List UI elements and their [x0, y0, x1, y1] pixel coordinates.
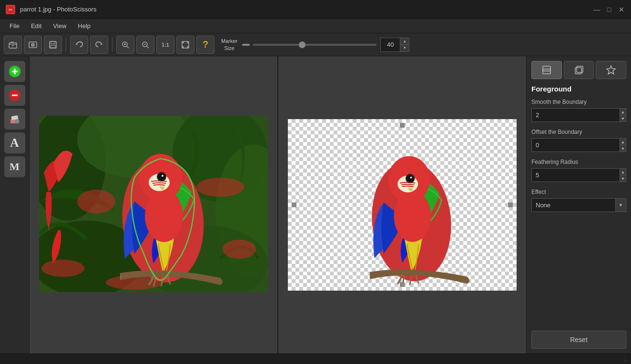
marker-size-up[interactable]: ▲	[400, 38, 409, 45]
text-m-button[interactable]: M	[4, 156, 25, 177]
svg-rect-55	[575, 68, 581, 74]
offset-boundary-spinner: ▲ ▼	[620, 139, 626, 152]
effect-dropdown-arrow[interactable]: ▼	[615, 199, 626, 212]
marker-size-slider[interactable]	[253, 44, 377, 46]
smooth-boundary-down[interactable]: ▼	[620, 115, 626, 121]
feathering-radius-down[interactable]: ▼	[620, 175, 626, 182]
svg-line-12	[127, 46, 129, 48]
right-panel: Foreground Smooth the Boundary ▲ ▼ Offse…	[526, 56, 631, 354]
feathering-radius-label: Feathering Radius	[531, 159, 626, 165]
svg-rect-56	[577, 66, 583, 72]
feathering-radius-control: ▲ ▼	[531, 168, 626, 182]
redo-button[interactable]	[90, 36, 108, 54]
offset-boundary-control: ▲ ▼	[531, 138, 626, 152]
smooth-boundary-spinner: ▲ ▼	[620, 109, 626, 121]
zoom-in-button[interactable]	[116, 36, 134, 54]
eraser-button[interactable]	[4, 109, 25, 130]
tab-effects[interactable]	[596, 61, 626, 79]
zoom-reset-button[interactable]: 1:1	[156, 36, 174, 54]
tab-layers[interactable]	[531, 61, 562, 79]
svg-point-36	[41, 260, 84, 277]
save-button[interactable]	[44, 36, 62, 54]
svg-text:✂: ✂	[9, 7, 12, 12]
svg-point-5	[32, 44, 34, 45]
smooth-boundary-label: Smooth the Boundary	[531, 99, 626, 105]
menu-help[interactable]: Help	[72, 20, 96, 31]
screenshot-button[interactable]	[24, 36, 42, 54]
svg-marker-57	[607, 66, 615, 74]
smooth-boundary-control: ▲ ▼	[531, 108, 626, 122]
marker-size-down[interactable]: ▼	[400, 45, 409, 51]
offset-boundary-label: Offset the Boundary	[531, 129, 626, 135]
toolbar: 1:1 ? Marker Size ▲ ▼	[0, 33, 631, 56]
separator-1	[66, 38, 66, 52]
smooth-boundary-up[interactable]: ▲	[620, 109, 626, 115]
svg-rect-53	[543, 66, 550, 71]
effect-label: Effect	[531, 189, 626, 195]
svg-point-51	[410, 177, 412, 179]
title-bar: ✂ parrot 1.jpg - PhotoScissors — □ ✕	[0, 0, 631, 19]
svg-point-33	[77, 190, 115, 213]
zoom-out-button[interactable]	[136, 36, 154, 54]
offset-boundary-down[interactable]: ▼	[620, 145, 626, 152]
feathering-radius-input[interactable]	[532, 169, 620, 182]
panel-tabs	[531, 61, 626, 79]
undo-button[interactable]	[70, 36, 88, 54]
svg-point-50	[407, 175, 414, 182]
title-text: parrot 1.jpg - PhotoScissors	[20, 6, 588, 13]
offset-boundary-input[interactable]	[532, 139, 620, 152]
marker-size-label: Marker Size	[221, 38, 237, 51]
offset-boundary-up[interactable]: ▲	[620, 139, 626, 145]
foreground-label: Foreground	[531, 85, 626, 93]
svg-point-34	[196, 178, 244, 197]
svg-rect-8	[51, 45, 55, 48]
menu-edit[interactable]: Edit	[25, 20, 47, 31]
status-bar: ⟂	[0, 354, 631, 364]
app-icon: ✂	[6, 5, 15, 14]
remove-background-button[interactable]	[4, 85, 25, 106]
svg-line-15	[147, 46, 149, 48]
left-toolbar: A M	[0, 56, 30, 354]
add-foreground-button[interactable]	[4, 61, 25, 82]
smooth-boundary-input[interactable]	[532, 109, 620, 121]
zoom-fit-button[interactable]	[176, 36, 194, 54]
open-button[interactable]	[4, 36, 22, 54]
help-button[interactable]: ?	[196, 36, 214, 54]
feathering-radius-up[interactable]: ▲	[620, 169, 626, 175]
minimize-button[interactable]: —	[593, 6, 600, 13]
main-area: A M	[0, 56, 631, 354]
svg-rect-54	[543, 69, 550, 74]
menu-file[interactable]: File	[4, 20, 25, 31]
right-canvas[interactable]	[278, 56, 526, 354]
svg-point-44	[162, 175, 163, 177]
reset-button[interactable]: Reset	[531, 331, 626, 349]
svg-point-43	[158, 173, 165, 180]
original-image	[39, 116, 268, 294]
menu-bar: File Edit View Help	[0, 19, 631, 33]
feathering-radius-spinner: ▲ ▼	[620, 169, 626, 182]
extracted-image	[288, 119, 517, 291]
resize-handle: ⟂	[624, 356, 627, 363]
menu-view[interactable]: View	[47, 20, 72, 31]
effect-select[interactable]: None Blur Shadow Glow	[532, 199, 615, 212]
svg-point-35	[223, 240, 256, 259]
svg-rect-17	[242, 44, 250, 46]
maximize-button[interactable]: □	[605, 6, 613, 13]
marker-icon	[241, 40, 251, 50]
separator-2	[112, 38, 112, 52]
marker-size-input[interactable]	[381, 38, 400, 51]
left-canvas[interactable]	[30, 56, 278, 354]
tab-copy[interactable]	[564, 61, 594, 79]
close-button[interactable]: ✕	[618, 6, 625, 13]
canvas-area	[30, 56, 526, 354]
effect-control: None Blur Shadow Glow ▼	[531, 198, 626, 212]
text-a-button[interactable]: A	[4, 132, 25, 153]
